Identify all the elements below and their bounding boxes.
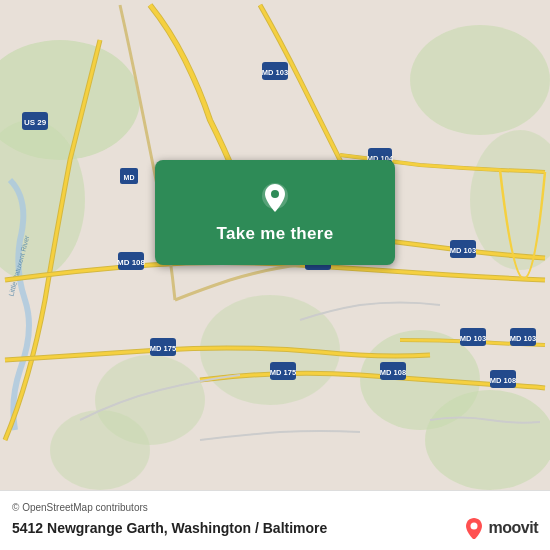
svg-text:MD 103: MD 103: [510, 334, 536, 343]
svg-text:MD 103: MD 103: [262, 68, 288, 77]
svg-point-39: [470, 523, 477, 530]
moovit-pin-icon: [463, 517, 485, 539]
svg-text:MD 175: MD 175: [150, 344, 176, 353]
svg-text:MD 103: MD 103: [450, 246, 476, 255]
address-row: 5412 Newgrange Garth, Washington / Balti…: [12, 517, 538, 539]
location-pin-icon: [257, 182, 293, 218]
svg-point-3: [410, 25, 550, 135]
svg-text:MD 108: MD 108: [490, 376, 516, 385]
moovit-logo: moovit: [463, 517, 538, 539]
svg-text:MD 108: MD 108: [117, 258, 146, 267]
svg-text:MD 175: MD 175: [270, 368, 296, 377]
map-container: Little Patuxent River: [0, 0, 550, 490]
svg-point-8: [425, 390, 550, 490]
footer: © OpenStreetMap contributors 5412 Newgra…: [0, 490, 550, 550]
svg-text:MD 108: MD 108: [380, 368, 406, 377]
svg-point-38: [271, 190, 279, 198]
address-text: 5412 Newgrange Garth, Washington / Balti…: [12, 520, 327, 536]
svg-point-9: [50, 410, 150, 490]
osm-text: © OpenStreetMap contributors: [12, 502, 148, 513]
osm-credit: © OpenStreetMap contributors: [12, 502, 538, 513]
take-me-there-label: Take me there: [217, 224, 334, 244]
take-me-there-button[interactable]: Take me there: [155, 160, 395, 265]
svg-text:MD 103: MD 103: [460, 334, 486, 343]
svg-text:MD: MD: [124, 174, 135, 181]
moovit-brand-text: moovit: [489, 519, 538, 537]
svg-text:US 29: US 29: [24, 118, 47, 127]
